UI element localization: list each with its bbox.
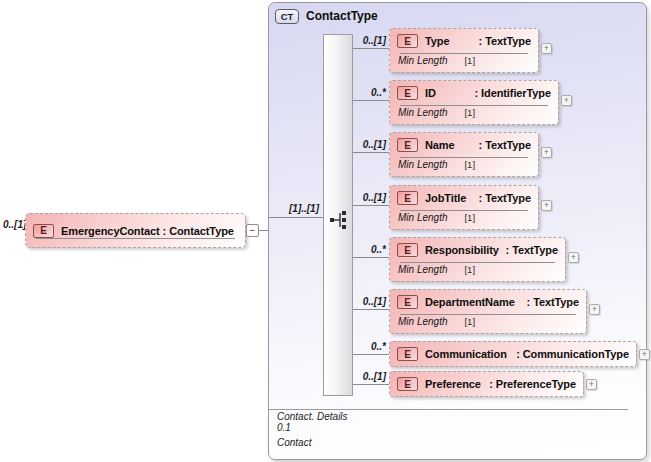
connector-line — [353, 205, 389, 206]
element-name: DepartmentName — [425, 296, 515, 308]
sequence-connector-line — [269, 217, 323, 218]
sequence-icon[interactable] — [329, 210, 349, 229]
element-name: Name — [425, 139, 455, 151]
connector-line — [353, 309, 389, 310]
connector-line — [353, 48, 389, 49]
facet-row: Min Length [1] — [390, 314, 586, 335]
expand-button[interactable]: + — [541, 200, 552, 211]
element-icon: E — [397, 86, 418, 100]
element-box-departmentname[interactable]: E DepartmentName : TextType Min Length [… — [389, 289, 587, 334]
connector-line — [353, 384, 389, 385]
facet-value: [1] — [464, 159, 475, 170]
element-icon: E — [397, 34, 418, 48]
footer-annotation-line3: Contact — [277, 437, 311, 448]
cardinality-label: 0..* — [353, 244, 386, 255]
expand-button[interactable]: + — [561, 95, 572, 106]
element-box-type[interactable]: E Type : TextType Min Length [1] — [389, 28, 539, 73]
element-box-emergencycontact[interactable]: E EmergencyContact : ContactType — [25, 213, 246, 248]
expand-button[interactable]: + — [639, 349, 650, 360]
element-name: Responsibility — [425, 244, 499, 256]
cardinality-label: 0..[1] — [353, 192, 386, 203]
element-type: : IdentifierType — [469, 87, 551, 99]
connector-line — [353, 152, 389, 153]
facet-row: Min Length [1] — [390, 53, 538, 74]
cardinality-label: 0..[1] — [353, 296, 386, 307]
element-box-preference[interactable]: E Preference : PreferenceType — [389, 371, 584, 397]
cardinality-label: 0..* — [353, 341, 386, 352]
element-type: : TextType — [500, 244, 558, 256]
connector-line — [353, 257, 389, 258]
expand-button[interactable]: + — [589, 304, 600, 315]
element-box-id[interactable]: E ID : IdentifierType Min Length [1] — [389, 80, 559, 125]
cardinality-label: 0..[1] — [353, 139, 386, 150]
facet-name: Min Length — [398, 55, 447, 66]
element-box-communication[interactable]: E Communication : CommunicationType — [389, 341, 637, 367]
expand-button[interactable]: + — [568, 252, 579, 263]
element-type: : CommunicationType — [510, 348, 629, 360]
expand-button[interactable]: + — [541, 147, 552, 158]
element-type: : TextType — [473, 192, 531, 204]
facet-value: [1] — [464, 316, 475, 327]
element-name: JobTitle — [425, 192, 466, 204]
sequence-cardinality-label: [1]..[1] — [269, 203, 319, 214]
facet-value: [1] — [464, 55, 475, 66]
element-type: : TextType — [473, 139, 531, 151]
element-box-responsibility[interactable]: E Responsibility : TextType Min Length [… — [389, 237, 566, 282]
facet-row: Min Length [1] — [390, 157, 538, 178]
facet-name: Min Length — [398, 264, 447, 275]
contacttype-container: CT ContactType [1]..[1] 0..[1] E Type : … — [268, 2, 647, 460]
complex-type-title: ContactType — [306, 9, 378, 23]
facet-row: Min Length [1] — [390, 210, 538, 231]
expand-button[interactable]: + — [541, 43, 552, 54]
facet-name: Min Length — [398, 316, 447, 327]
element-box-jobtitle[interactable]: E JobTitle : TextType Min Length [1] — [389, 185, 539, 230]
xsd-diagram-canvas: 0..[1] E EmergencyContact : ContactType … — [0, 0, 651, 462]
facet-row: Min Length [1] — [390, 105, 558, 126]
element-name: Communication — [425, 348, 507, 360]
footer-annotation-line2: 0.1 — [277, 422, 291, 433]
facet-name: Min Length — [398, 212, 447, 223]
facet-value: [1] — [464, 212, 475, 223]
element-icon: E — [397, 295, 418, 309]
element-icon: E — [33, 224, 54, 238]
collapse-handle[interactable]: − — [246, 224, 259, 237]
element-name: Type — [425, 35, 449, 47]
facet-value: [1] — [464, 107, 475, 118]
element-icon: E — [397, 243, 418, 257]
cardinality-label: 0..[1] — [353, 371, 386, 382]
element-icon: E — [397, 138, 418, 152]
element-icon: E — [397, 191, 418, 205]
root-cardinality-label: 0..[1] — [3, 219, 26, 230]
element-type: : TextType — [521, 296, 579, 308]
element-icon: E — [397, 347, 418, 361]
cardinality-label: 0..[1] — [353, 35, 386, 46]
facet-name: Min Length — [398, 107, 447, 118]
facet-value: [1] — [464, 264, 475, 275]
root-connector-line — [259, 230, 268, 231]
element-icon: E — [397, 377, 418, 391]
complex-type-badge: CT — [275, 9, 299, 24]
element-box-name[interactable]: E Name : TextType Min Length [1] — [389, 132, 539, 177]
facet-row: Min Length [1] — [390, 262, 565, 283]
cardinality-label: 0..* — [353, 87, 386, 98]
facet-name: Min Length — [398, 159, 447, 170]
element-label: EmergencyContact : ContactType — [61, 225, 234, 237]
connector-line — [353, 354, 389, 355]
element-name: Preference — [425, 378, 481, 390]
expand-button[interactable]: + — [586, 379, 597, 390]
element-type: : TextType — [473, 35, 531, 47]
connector-line — [353, 100, 389, 101]
footer-annotation-line1: Contact. Details — [277, 411, 348, 422]
footer-divider — [269, 409, 628, 410]
element-type: : PreferenceType — [483, 378, 576, 390]
element-name: ID — [425, 87, 436, 99]
